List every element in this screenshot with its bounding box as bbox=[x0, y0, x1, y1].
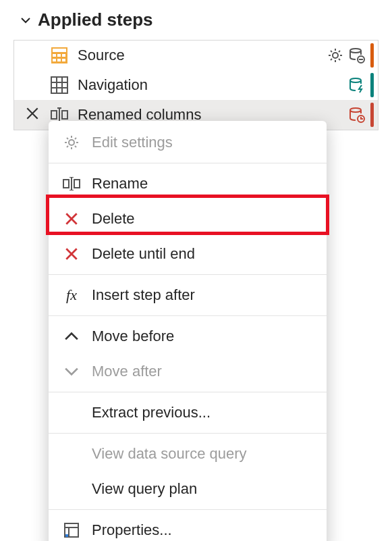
gear-icon bbox=[62, 133, 81, 152]
svg-rect-26 bbox=[74, 180, 80, 188]
svg-rect-31 bbox=[65, 534, 68, 537]
step-row-navigation[interactable]: Navigation bbox=[14, 70, 378, 100]
svg-rect-4 bbox=[62, 54, 65, 57]
svg-rect-8 bbox=[53, 49, 66, 52]
menu-label: Delete until end bbox=[92, 245, 195, 263]
blank-icon bbox=[62, 480, 81, 498]
properties-icon bbox=[62, 521, 81, 540]
step-row-source[interactable]: Source bbox=[14, 41, 378, 70]
menu-separator bbox=[49, 315, 327, 316]
delete-step-icon[interactable] bbox=[25, 106, 43, 124]
svg-point-10 bbox=[350, 49, 361, 53]
step-label: Source bbox=[78, 47, 327, 64]
svg-rect-2 bbox=[53, 54, 56, 57]
svg-point-18 bbox=[350, 78, 361, 82]
section-title: Applied steps bbox=[38, 9, 152, 30]
menu-item-extract-previous[interactable]: Extract previous... bbox=[49, 395, 327, 430]
menu-item-properties[interactable]: Properties... bbox=[49, 513, 327, 541]
close-icon bbox=[62, 209, 81, 228]
menu-item-delete[interactable]: Delete bbox=[49, 201, 327, 236]
close-icon bbox=[62, 244, 81, 263]
svg-rect-7 bbox=[62, 59, 65, 61]
menu-item-insert-step-after[interactable]: fx Insert step after bbox=[49, 278, 327, 313]
menu-label: Move after bbox=[92, 363, 162, 380]
menu-separator bbox=[49, 509, 327, 510]
svg-point-22 bbox=[350, 108, 361, 112]
menu-label: Insert step after bbox=[92, 286, 195, 304]
menu-separator bbox=[49, 392, 327, 392]
menu-label: Rename bbox=[92, 175, 148, 192]
table-source-icon bbox=[51, 47, 68, 64]
svg-rect-5 bbox=[53, 59, 56, 61]
rename-icon bbox=[62, 174, 81, 193]
svg-rect-19 bbox=[51, 111, 57, 119]
menu-item-move-after: Move after bbox=[49, 354, 327, 389]
chevron-up-icon bbox=[62, 327, 81, 346]
svg-rect-6 bbox=[57, 59, 61, 61]
table-icon bbox=[51, 76, 68, 94]
svg-rect-3 bbox=[57, 54, 61, 57]
blank-icon bbox=[62, 444, 81, 463]
menu-item-view-query-plan[interactable]: View query plan bbox=[49, 471, 327, 507]
svg-rect-20 bbox=[62, 111, 67, 119]
step-right-icons bbox=[349, 103, 378, 127]
database-clock-icon[interactable] bbox=[349, 107, 365, 123]
svg-rect-25 bbox=[63, 180, 69, 188]
menu-label: Edit settings bbox=[92, 134, 173, 151]
chevron-down-icon bbox=[62, 362, 81, 381]
svg-rect-13 bbox=[51, 77, 67, 93]
menu-label: Delete bbox=[92, 210, 135, 228]
menu-item-move-before[interactable]: Move before bbox=[49, 319, 327, 354]
status-stripe bbox=[370, 103, 374, 127]
chevron-down-icon bbox=[20, 15, 31, 26]
applied-steps-header[interactable]: Applied steps bbox=[0, 0, 392, 36]
fx-icon: fx bbox=[62, 286, 81, 305]
database-bolt-icon[interactable] bbox=[349, 77, 365, 93]
menu-label: View data source query bbox=[92, 445, 247, 463]
menu-label: Move before bbox=[92, 328, 174, 345]
menu-label: View query plan bbox=[92, 480, 197, 498]
status-stripe bbox=[370, 43, 374, 68]
menu-label: Extract previous... bbox=[92, 404, 211, 421]
step-right-icons bbox=[327, 43, 378, 68]
step-context-menu: Edit settings Rename Delete Delete until… bbox=[49, 121, 327, 541]
menu-item-delete-until-end[interactable]: Delete until end bbox=[49, 236, 327, 272]
step-label: Navigation bbox=[78, 76, 349, 94]
menu-label: Properties... bbox=[92, 521, 172, 539]
gear-icon[interactable] bbox=[327, 47, 343, 63]
svg-point-9 bbox=[333, 53, 338, 58]
menu-item-view-data-source-query: View data source query bbox=[49, 436, 327, 471]
menu-separator bbox=[49, 433, 327, 434]
menu-item-edit-settings: Edit settings bbox=[49, 125, 327, 160]
menu-separator bbox=[49, 274, 327, 275]
svg-point-24 bbox=[69, 140, 74, 145]
menu-item-rename[interactable]: Rename bbox=[49, 166, 327, 201]
blank-icon bbox=[62, 403, 81, 422]
step-right-icons bbox=[349, 73, 378, 97]
menu-separator bbox=[49, 163, 327, 163]
applied-steps-panel: Source Navigation bbox=[13, 40, 379, 130]
status-stripe bbox=[370, 73, 374, 97]
database-minus-icon[interactable] bbox=[349, 47, 365, 63]
